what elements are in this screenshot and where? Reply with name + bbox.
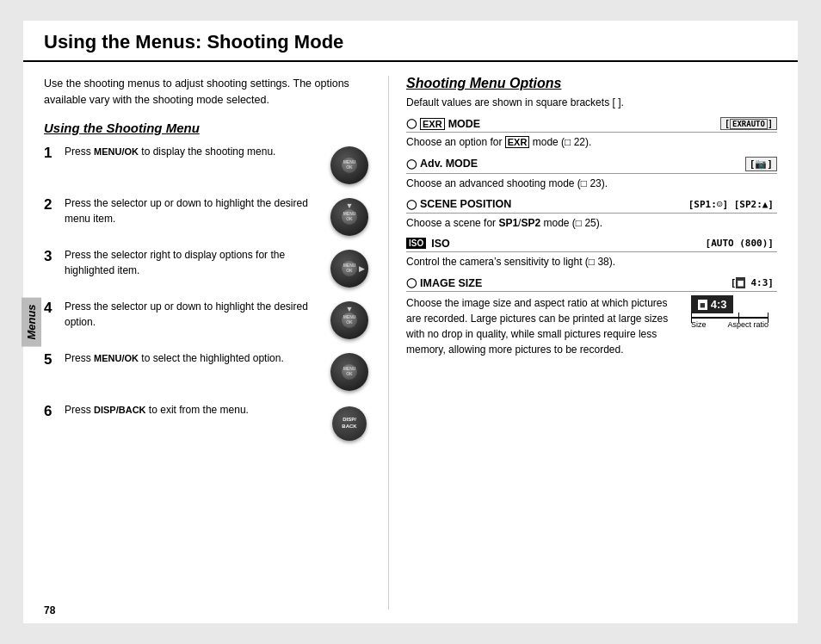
step-text-2: Press the selector up or down to highlig… [65, 195, 321, 226]
btn-label-2: MENUOK [343, 212, 356, 221]
menu-option-scene: ◯ SCENE POSITION [SP1:☺] [SP2:▲] Choose … [406, 198, 777, 231]
menu-option-image-size: ◯ IMAGE SIZE [■ 4:3] Choose the image si… [406, 276, 777, 357]
step-number-4: 4 [44, 299, 58, 318]
tick-left [691, 313, 692, 323]
image-size-value: [■ 4:3] [727, 276, 777, 289]
step-text-5: Press MENU/OK to select the highlighted … [65, 350, 321, 366]
disp-back-button: DISP/BACK [332, 406, 367, 441]
step-text-6: Press DISP/BACK to exit from the menu. [65, 402, 321, 418]
size-diagram-bar-container: Size Aspect ratio [691, 317, 769, 329]
menu-ok-button-5: MENUOK [330, 353, 368, 391]
step-icon-6: DISP/BACK [328, 402, 371, 445]
step-1: 1 Press MENU/OK to display the shooting … [44, 144, 371, 187]
section-title-shooting-menu: Using the Shooting Menu [44, 121, 371, 135]
image-size-content: Choose the image size and aspect ratio a… [406, 295, 777, 357]
step-text-3: Press the selector right to display opti… [65, 247, 321, 278]
step-content-2: Press the selector up or down to highlig… [65, 195, 321, 226]
step-content-1: Press MENU/OK to display the shooting me… [65, 144, 321, 159]
adv-header: ◯ Adv. MODE [📷] [406, 157, 777, 174]
selector-button-3: MENUOK [330, 250, 368, 288]
step-number-1: 1 [44, 144, 58, 163]
adv-text: Adv. MODE [420, 158, 478, 170]
menu-ok-button-1: MENUOK [330, 146, 368, 184]
tick-mid [738, 313, 739, 323]
adv-value: [📷] [745, 157, 777, 171]
kbd-disp-back: DISP/BACK [94, 405, 146, 415]
page-content: Use the shooting menus to adjust shootin… [23, 62, 798, 623]
menu-option-iso: ISO ISO [AUTO (800)] Control the camera’… [406, 237, 777, 269]
kbd-menu-ok-5: MENU/OK [94, 353, 139, 363]
btn-label-4: MENUOK [343, 315, 356, 325]
scene-value: [SP1:☺] [SP2:▲] [685, 198, 777, 211]
step-3: 3 Press the selector right to display op… [44, 247, 371, 290]
adv-label: ◯ Adv. MODE [406, 158, 478, 170]
page-header: Using the Menus: Shooting Mode [23, 21, 798, 62]
intro-text: Use the shooting menus to adjust shootin… [44, 76, 371, 108]
step-2: 2 Press the selector up or down to highl… [44, 195, 371, 238]
size-square-icon: ■ [736, 277, 745, 288]
page-title: Using the Menus: Shooting Mode [44, 31, 777, 53]
step-list: 1 Press MENU/OK to display the shooting … [44, 144, 371, 445]
camera-icon-scene: ◯ [406, 199, 417, 210]
step-4: 4 Press the selector up or down to highl… [44, 299, 371, 342]
image-size-label: ◯ IMAGE SIZE [406, 277, 482, 289]
size-badge-display: ■ 4:3 [691, 295, 733, 313]
camera-icon-adv: ◯ [406, 158, 417, 170]
step-icon-5: MENUOK [328, 350, 371, 393]
page-number: 78 [44, 604, 55, 616]
right-column: Shooting Menu Options Default values are… [388, 76, 777, 610]
step-icon-2: MENUOK [328, 195, 371, 238]
image-size-text-label: IMAGE SIZE [420, 277, 482, 289]
selector-button-4: MENUOK [330, 301, 368, 339]
size-diagram: ■ 4:3 Size Aspect ratio [691, 295, 777, 329]
step-text-1: Press MENU/OK to display the shooting me… [65, 144, 321, 159]
step-icon-3: MENUOK [328, 247, 371, 290]
aspect-label: Aspect ratio [727, 320, 769, 329]
tick-right [768, 313, 769, 323]
size-bar [691, 317, 769, 319]
iso-badge: ISO [406, 238, 426, 249]
camera-icon-exr: ◯ [406, 118, 417, 129]
btn-label-5: MENUOK [343, 367, 356, 376]
exr-desc: Choose an option for EXR mode (□ 22). [406, 135, 777, 150]
size-labels: Size Aspect ratio [691, 320, 769, 329]
step-icon-4: MENUOK [328, 299, 371, 342]
image-size-header: ◯ IMAGE SIZE [■ 4:3] [406, 276, 777, 292]
step-number-5: 5 [44, 350, 58, 369]
step-number-3: 3 [44, 247, 58, 266]
page: Using the Menus: Shooting Mode Use the s… [23, 21, 798, 623]
step-text-4: Press the selector up or down to highlig… [65, 299, 321, 330]
btn-label-1: MENUOK [343, 160, 356, 170]
size-icon-badge: ■ [698, 300, 707, 310]
step-content-3: Press the selector right to display opti… [65, 247, 321, 278]
scene-label: ◯ SCENE POSITION [406, 198, 511, 210]
scene-text: SCENE POSITION [420, 198, 511, 210]
adv-desc: Choose an advanced shooting mode (□ 23). [406, 176, 777, 191]
size-ratio: 4:3 [711, 298, 727, 311]
exr-badge: EXR [420, 118, 445, 130]
kbd-menu-ok-1: MENU/OK [94, 146, 139, 157]
camera-icon-size: ◯ [406, 277, 417, 288]
scene-desc: Choose a scene for SP1/SP2 mode (□ 25). [406, 216, 777, 231]
size-label: Size [691, 320, 707, 329]
scene-header: ◯ SCENE POSITION [SP1:☺] [SP2:▲] [406, 198, 777, 214]
step-number-2: 2 [44, 195, 58, 214]
step-content-6: Press DISP/BACK to exit from the menu. [65, 402, 321, 418]
selector-button-2: MENUOK [330, 198, 368, 236]
menu-option-adv: ◯ Adv. MODE [📷] Choose an advanced shoot… [406, 157, 777, 191]
image-size-desc: Choose the image size and aspect ratio a… [406, 295, 681, 357]
btn-label-3: MENUOK [343, 263, 356, 273]
exr-badge-desc: EXR [505, 136, 530, 148]
iso-desc: Control the camera’s sensitivity to ligh… [406, 255, 777, 269]
menu-option-exr: ◯ EXR MODE [EXRAUTO] Choose an option fo… [406, 117, 777, 150]
iso-text: ISO [431, 238, 450, 250]
disp-back-label: DISP/BACK [342, 417, 356, 429]
exr-value: [EXRAUTO] [720, 117, 777, 130]
exr-label: ◯ EXR MODE [406, 118, 480, 130]
left-column: Use the shooting menus to adjust shootin… [44, 76, 371, 610]
iso-label: ISO ISO [406, 238, 450, 250]
default-note: Default values are shown in square brack… [406, 96, 777, 108]
menus-tab: Menus [22, 297, 41, 346]
exr-mode-text: MODE [448, 118, 481, 130]
step-icon-1: MENUOK [328, 144, 371, 187]
